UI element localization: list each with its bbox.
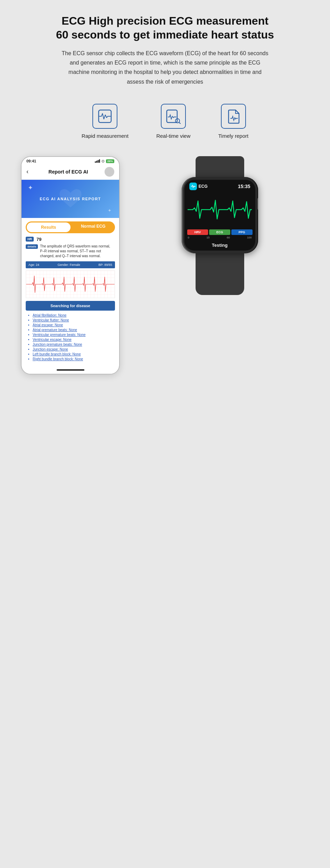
page-wrapper: ECG High precision ECG measurement 60 se… <box>0 0 330 395</box>
scale-15: 15 <box>206 236 209 239</box>
timely-report-label: Timely report <box>218 133 248 139</box>
ecg-graph-area <box>26 270 115 298</box>
watch-progress-area: HRV ECG PPG 0 15 60 100 <box>184 228 255 241</box>
tab-normal-ecg[interactable]: Normal ECG <box>72 221 115 233</box>
svg-line-3 <box>179 122 181 124</box>
phone-nav-bar: ‹ Report of ECG AI <box>22 165 119 180</box>
hr-badge: HR <box>26 237 34 242</box>
watch-ecg-area <box>184 192 255 228</box>
hr-row: HR 79 <box>26 237 115 242</box>
nav-title: Report of ECG AI <box>32 169 105 175</box>
realtime-view-icon-box <box>161 104 186 129</box>
result-tabs[interactable]: Results Normal ECG <box>26 221 115 233</box>
disease-list-item: Left bundle branch block: None <box>33 352 115 356</box>
battery-badge: 28% <box>106 159 114 163</box>
timely-report-icon-box <box>221 104 246 129</box>
ecg-banner: ✦ ✦ ECG AI ANALYSIS REPORT <box>22 180 119 218</box>
bottom-section: 09:41 ⊙ 28% ‹ Report of ECG AI <box>21 156 309 374</box>
tab-results[interactable]: Results <box>27 222 71 232</box>
watch-hrv-ecg-ppg: HRV ECG PPG <box>187 229 253 235</box>
avatar <box>105 167 114 177</box>
signal-bar-4 <box>99 159 100 163</box>
phone-mockup: 09:41 ⊙ 28% ‹ Report of ECG AI <box>21 156 120 374</box>
ecg-graph-svg <box>26 271 115 298</box>
magnify-ecg-icon <box>166 109 181 124</box>
back-button[interactable]: ‹ <box>26 168 28 175</box>
patient-gender: Gender: Female <box>58 263 80 267</box>
details-text: The amplitude of QRS waveform was normal… <box>40 244 115 259</box>
search-disease-button[interactable]: Searching for disease <box>26 301 115 311</box>
watch-time: 15:35 <box>238 184 250 189</box>
details-badge: details <box>26 244 38 249</box>
rapid-measurement-icon-box <box>92 104 117 129</box>
watch-area: ECG 15:35 HRV <box>130 156 309 302</box>
watch-band-bottom <box>196 253 244 295</box>
feature-timely-report: Timely report <box>218 104 248 139</box>
ecg-banner-text: ECG AI ANALYSIS REPORT <box>40 197 101 201</box>
scale-0: 0 <box>188 236 189 239</box>
watch-crown <box>257 198 258 210</box>
subtitle-text: The ECG sensor chip collects the ECG wav… <box>61 49 269 86</box>
wifi-icon: ⊙ <box>101 159 105 163</box>
phone-status-bar: 09:41 ⊙ 28% <box>22 157 119 165</box>
phone-home-bar <box>22 368 119 374</box>
features-row: Rapid measurement Real-time view <box>82 104 248 139</box>
watch-ecg-app-icon <box>191 184 196 189</box>
disease-list: Atrial fibrillation: NoneVentricular flu… <box>26 313 115 361</box>
realtime-view-label: Real-time view <box>156 133 190 139</box>
feature-realtime-view: Real-time view <box>156 104 190 139</box>
watch-scale: 0 15 60 100 <box>187 236 253 239</box>
status-right: ⊙ 28% <box>95 159 114 163</box>
patient-age: Age: 24 <box>28 263 39 267</box>
watch-screen: ECG 15:35 HRV <box>184 180 255 251</box>
watch-band-top <box>196 156 244 177</box>
patient-info-bar: Age: 24 Gender: Female BP: 89/65 <box>26 261 115 268</box>
sparkle-icon-1: ✦ <box>28 184 33 192</box>
disease-list-item: Atrial escape: None <box>33 323 115 327</box>
signal-bars-icon <box>95 159 100 163</box>
ecg-wave-icon <box>97 109 113 124</box>
watch-status-bar: ECG 15:35 <box>184 180 255 192</box>
signal-bar-1 <box>95 161 96 163</box>
signal-bar-2 <box>96 161 97 163</box>
disease-list-item: Junction premature beats: None <box>33 343 115 346</box>
disease-list-item: Junction escape: None <box>33 347 115 351</box>
watch-app-info: ECG <box>189 183 208 190</box>
disease-list-item: Right bundle branch block: None <box>33 357 115 361</box>
disease-list-item: Ventricular flutter: None <box>33 318 115 322</box>
watch-ecg-pill: ECG <box>209 229 230 235</box>
signal-bar-3 <box>98 160 99 163</box>
status-time: 09:41 <box>26 159 36 163</box>
watch-ppg-pill: PPG <box>231 229 253 235</box>
patient-bp: BP: 89/65 <box>98 263 112 267</box>
watch-testing-label: Testing <box>184 241 255 251</box>
disease-list-item: Ventricular escape: None <box>33 338 115 342</box>
details-row: details The amplitude of QRS waveform wa… <box>26 244 115 259</box>
home-indicator <box>57 369 84 371</box>
watch-case: ECG 15:35 HRV <box>182 177 258 253</box>
scale-60: 60 <box>227 236 230 239</box>
scale-100: 100 <box>247 236 251 239</box>
feature-rapid-measurement: Rapid measurement <box>82 104 129 139</box>
report-icon <box>226 109 241 124</box>
watch-app-icon <box>189 183 197 190</box>
watch-ecg-svg <box>188 197 252 222</box>
main-title: ECG High precision ECG measurement 60 se… <box>56 14 274 42</box>
phone-content: Results Normal ECG HR 79 details The amp… <box>22 218 119 365</box>
disease-list-item: Atrial premature beats: None <box>33 328 115 332</box>
watch-hrv-pill: HRV <box>187 229 208 235</box>
watch-body: ECG 15:35 HRV <box>182 156 258 295</box>
hr-value: 79 <box>36 237 41 242</box>
watch-app-name: ECG <box>199 184 208 189</box>
rapid-measurement-label: Rapid measurement <box>82 133 129 139</box>
disease-list-item: Ventricular premature beats: None <box>33 333 115 337</box>
disease-list-item: Atrial fibrillation: None <box>33 313 115 317</box>
sparkle-icon-2: ✦ <box>108 208 112 213</box>
